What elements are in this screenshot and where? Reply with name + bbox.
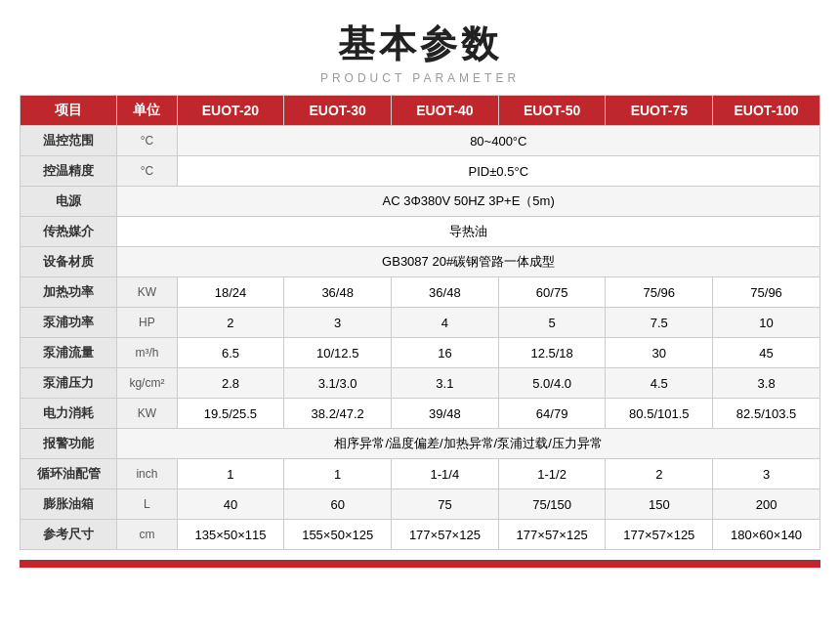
row-cell: 1 [284,459,392,489]
row-unit: HP [117,308,177,338]
row-label: 泵浦功率 [21,308,117,338]
table-row: 泵浦流量m³/h6.510/12.51612.5/183045 [21,338,820,368]
row-unit: inch [117,459,177,489]
table-row: 泵浦功率HP23457.510 [21,308,820,338]
row-cell: 75/96 [713,277,820,308]
table-row: 设备材质GB3087 20#碳钢管路一体成型 [21,247,820,277]
row-label: 循环油配管 [21,459,117,489]
row-unit: KW [117,277,177,308]
main-title: 基本参数 [20,20,820,69]
row-cell: 4 [392,308,499,338]
row-cell: 177×57×125 [606,520,713,550]
row-cell: 180×60×140 [713,520,820,550]
row-unit: L [117,489,177,520]
row-cell: 1-1/4 [392,459,499,489]
row-unit: °C [117,126,177,156]
row-cell: 60/75 [498,277,606,308]
row-cell: 5 [498,308,606,338]
row-cell: 10/12.5 [284,338,392,368]
row-cell: 7.5 [606,308,713,338]
row-cell: 177×57×125 [392,520,499,550]
row-cell: 45 [713,338,820,368]
row-value-full: AC 3Φ380V 50HZ 3P+E（5m) [117,187,820,217]
col-header-3: EUOT-30 [284,96,392,126]
row-label: 电力消耗 [21,399,117,429]
row-value-full: 相序异常/温度偏差/加热异常/泵浦过载/压力异常 [117,429,820,459]
row-label: 设备材质 [21,247,117,277]
row-cell: 75 [392,489,499,520]
row-cell: 3.1/3.0 [284,368,392,399]
row-unit: cm [117,520,177,550]
row-cell: 177×57×125 [498,520,606,550]
row-cell: 2 [177,308,284,338]
table-row: 电源AC 3Φ380V 50HZ 3P+E（5m) [21,187,820,217]
row-cell: 155×50×125 [284,520,392,550]
table-row: 传热媒介导热油 [21,217,820,247]
row-cell: 75/96 [606,277,713,308]
row-cell: 16 [392,338,499,368]
row-cell: 3.8 [713,368,820,399]
table-row: 温控范围°C80~400°C [21,126,820,156]
table-row: 电力消耗KW19.5/25.538.2/47.239/4864/7980.5/1… [21,399,820,429]
col-header-4: EUOT-40 [392,96,499,126]
row-cell: 75/150 [498,489,606,520]
row-cell: 3.1 [392,368,499,399]
title-area: 基本参数 PRODUCT PARAMETER [20,20,820,85]
row-label: 参考尺寸 [21,520,117,550]
row-unit: KW [117,399,177,429]
row-cell: 10 [713,308,820,338]
sub-title: PRODUCT PARAMETER [20,71,820,85]
col-header-1: 单位 [117,96,177,126]
row-cell: 19.5/25.5 [177,399,284,429]
row-label: 报警功能 [21,429,117,459]
row-value-wide: 80~400°C [177,126,819,156]
row-cell: 64/79 [498,399,606,429]
row-cell: 2 [606,459,713,489]
params-table: 项目 单位 EUOT-20 EUOT-30 EUOT-40 EUOT-50 EU… [20,95,820,550]
col-header-6: EUOT-75 [606,96,713,126]
row-label: 传热媒介 [21,217,117,247]
row-label: 膨胀油箱 [21,489,117,520]
row-cell: 200 [713,489,820,520]
row-value-full: 导热油 [117,217,820,247]
row-cell: 135×50×115 [177,520,284,550]
row-unit: m³/h [117,338,177,368]
row-label: 泵浦流量 [21,338,117,368]
row-cell: 6.5 [177,338,284,368]
row-unit: kg/cm² [117,368,177,399]
col-header-2: EUOT-20 [177,96,284,126]
row-value-full: GB3087 20#碳钢管路一体成型 [117,247,820,277]
row-cell: 30 [606,338,713,368]
row-cell: 5.0/4.0 [498,368,606,399]
bottom-bar [20,560,820,568]
col-header-0: 项目 [21,96,117,126]
table-row: 报警功能相序异常/温度偏差/加热异常/泵浦过载/压力异常 [21,429,820,459]
row-cell: 2.8 [177,368,284,399]
col-header-7: EUOT-100 [713,96,820,126]
table-header-row: 项目 单位 EUOT-20 EUOT-30 EUOT-40 EUOT-50 EU… [21,96,820,126]
table-row: 参考尺寸cm135×50×115155×50×125177×57×125177×… [21,520,820,550]
row-cell: 18/24 [177,277,284,308]
row-label: 电源 [21,187,117,217]
row-label: 泵浦压力 [21,368,117,399]
row-label: 加热功率 [21,277,117,308]
table-row: 加热功率KW18/2436/4836/4860/7575/9675/96 [21,277,820,308]
table-row: 泵浦压力kg/cm²2.83.1/3.03.15.0/4.04.53.8 [21,368,820,399]
row-cell: 150 [606,489,713,520]
row-cell: 12.5/18 [498,338,606,368]
row-cell: 4.5 [606,368,713,399]
row-cell: 36/48 [392,277,499,308]
row-label: 控温精度 [21,156,117,187]
col-header-5: EUOT-50 [498,96,606,126]
table-row: 控温精度°CPID±0.5°C [21,156,820,187]
row-cell: 3 [713,459,820,489]
table-row: 膨胀油箱L40607575/150150200 [21,489,820,520]
row-cell: 1-1/2 [498,459,606,489]
row-cell: 36/48 [284,277,392,308]
row-cell: 40 [177,489,284,520]
row-cell: 80.5/101.5 [606,399,713,429]
row-unit: °C [117,156,177,187]
row-cell: 38.2/47.2 [284,399,392,429]
row-cell: 3 [284,308,392,338]
row-cell: 82.5/103.5 [713,399,820,429]
